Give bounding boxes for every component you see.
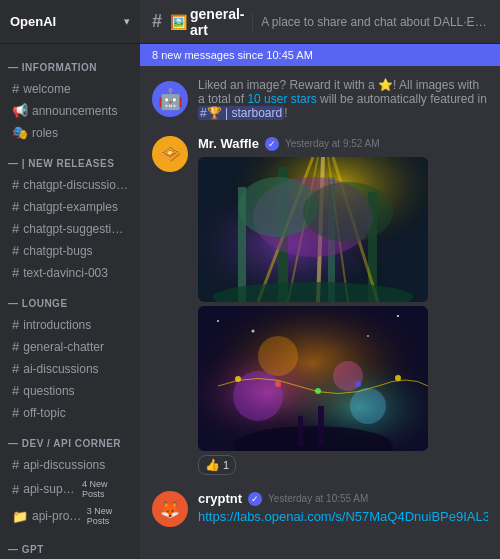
avatar-waffle: 🧇 (152, 136, 188, 172)
svg-point-14 (303, 182, 393, 242)
section-new-releases: — | NEW RELEASES (0, 144, 140, 173)
cryptnt-link[interactable]: https://labs.openai.com/s/N57MaQ4DnuiBPe… (198, 509, 488, 524)
channel-label: off-topic (23, 406, 65, 420)
sidebar-item-chatgpt-examples[interactable]: # chatgpt-examples (4, 196, 136, 217)
svg-rect-34 (298, 416, 303, 446)
cryptnt-message-text: https://labs.openai.com/s/N57MaQ4DnuiBPe… (198, 508, 488, 526)
sidebar-item-questions[interactable]: # questions (4, 380, 136, 401)
section-label: — INFORMATION (8, 62, 97, 73)
hash-icon: # (12, 339, 19, 354)
sidebar-item-announcements[interactable]: 📢 announcements (4, 100, 136, 121)
sidebar-content: — INFORMATION # welcome 📢 announcements … (0, 44, 140, 559)
section-label: — GPT (8, 544, 44, 555)
section-label: — | NEW RELEASES (8, 158, 114, 169)
channel-label: ai-discussions (23, 362, 98, 376)
waffle-reactions: 👍 1 (198, 455, 488, 475)
channel-label: chatgpt-examples (23, 200, 118, 214)
reaction-count: 1 (223, 459, 229, 471)
svg-point-27 (350, 388, 386, 424)
hash-icon: # (12, 199, 19, 214)
sidebar-item-chatgpt-bugs[interactable]: # chatgpt-bugs (4, 240, 136, 261)
hash-icon: # (12, 383, 19, 398)
sidebar-item-off-topic[interactable]: # off-topic (4, 402, 136, 423)
sidebar-item-api-discussions[interactable]: # api-discussions (4, 454, 136, 475)
hash-icon: # (12, 361, 19, 376)
hash-icon: # (12, 265, 19, 280)
sidebar: OpenAI ▾ — INFORMATION # welcome 📢 annou… (0, 0, 140, 559)
sidebar-item-roles[interactable]: 🎭 roles (4, 122, 136, 143)
section-gpt: — GPT (0, 530, 140, 559)
waffle-username: Mr. Waffle (198, 136, 259, 151)
waffle-message-content: Mr. Waffle ✓ Yesterday at 9:52 AM (198, 136, 488, 475)
channel-label: general-chatter (23, 340, 104, 354)
chevron-down-icon: ▾ (124, 15, 130, 28)
ai-image-space (198, 306, 428, 451)
topbar-channel-name: general-art (190, 6, 244, 38)
section-label: — LOUNGE (8, 298, 68, 309)
hash-icon: # (12, 177, 19, 192)
sidebar-item-general-chatter[interactable]: # general-chatter (4, 336, 136, 357)
main-content: # 🖼️ general-art A place to share and ch… (140, 0, 500, 559)
cryptnt-username: cryptnt (198, 491, 242, 506)
avatar-bot: 🤖 (152, 81, 188, 117)
channel-label: text-davinci-003 (23, 266, 108, 280)
svg-point-20 (217, 320, 219, 322)
message-group-waffle: 🧇 Mr. Waffle ✓ Yesterday at 9:52 AM (140, 132, 500, 479)
hash-icon: # (12, 221, 19, 236)
sidebar-item-ai-discussions[interactable]: # ai-discussions (4, 358, 136, 379)
cryptnt-message-content: cryptnt ✓ Yesterday at 10:55 AM https://… (198, 491, 488, 526)
sidebar-item-welcome[interactable]: # welcome (4, 78, 136, 99)
app-container: OpenAI ▾ — INFORMATION # welcome 📢 annou… (0, 0, 500, 559)
sidebar-item-api-support[interactable]: # api-support 4 New Posts (4, 476, 136, 502)
channel-label: questions (23, 384, 74, 398)
topbar-hash-icon: # (152, 11, 162, 32)
channel-label: chatgpt-discussions (23, 178, 128, 192)
channel-label: chatgpt-suggestions (23, 222, 128, 236)
banner-text: 8 new messages since 10:45 AM (152, 49, 313, 61)
hash-icon: # (12, 81, 19, 96)
hash-icon: # (12, 243, 19, 258)
svg-point-32 (395, 375, 401, 381)
channel-label: chatgpt-bugs (23, 244, 92, 258)
svg-point-30 (315, 388, 321, 394)
sidebar-item-chatgpt-discussions[interactable]: # chatgpt-discussions (4, 174, 136, 195)
channel-topbar: # 🖼️ general-art A place to share and ch… (140, 0, 500, 44)
channel-label: api-projects (32, 509, 83, 523)
reaction-emoji: 👍 (205, 458, 220, 472)
server-header[interactable]: OpenAI ▾ (0, 0, 140, 44)
channel-label: roles (32, 126, 58, 140)
cryptnt-timestamp: Yesterday at 10:55 AM (268, 493, 368, 504)
section-dev-api: — DEV / API CORNER (0, 424, 140, 453)
message-group-cryptnt: 🦊 cryptnt ✓ Yesterday at 10:55 AM https:… (140, 487, 500, 531)
roles-icon: 🎭 (12, 125, 28, 140)
topbar-description: A place to share and chat about DALL·E a… (261, 15, 488, 29)
svg-rect-35 (318, 406, 324, 446)
hash-icon: # (12, 482, 19, 497)
avatar-cryptnt: 🦊 (152, 491, 188, 527)
new-messages-banner[interactable]: 8 new messages since 10:45 AM (140, 44, 500, 66)
topbar-divider (252, 12, 253, 32)
system-message-content: Liked an image? Reward it with a ⭐! All … (198, 78, 488, 120)
channel-label: api-discussions (23, 458, 105, 472)
thumbsup-reaction[interactable]: 👍 1 (198, 455, 236, 475)
sidebar-item-introductions[interactable]: # introductions (4, 314, 136, 335)
waffle-message-header: Mr. Waffle ✓ Yesterday at 9:52 AM (198, 136, 488, 151)
svg-point-31 (355, 381, 361, 387)
server-name: OpenAI (10, 14, 56, 29)
svg-point-23 (367, 335, 369, 337)
cryptnt-message-header: cryptnt ✓ Yesterday at 10:55 AM (198, 491, 488, 506)
sidebar-item-chatgpt-suggestions[interactable]: # chatgpt-suggestions (4, 218, 136, 239)
section-lounge: — LOUNGE (0, 284, 140, 313)
message-group-bot: 🤖 Liked an image? Reward it with a ⭐! Al… (140, 74, 500, 124)
api-support-badge: 4 New Posts (82, 479, 128, 499)
svg-point-21 (252, 330, 255, 333)
ai-image-forest (198, 157, 428, 302)
section-label: — DEV / API CORNER (8, 438, 121, 449)
svg-point-24 (258, 336, 298, 376)
folder-icon: 📁 (12, 509, 28, 524)
channel-label: welcome (23, 82, 70, 96)
waffle-images (198, 157, 488, 451)
sidebar-item-api-projects[interactable]: 📁 api-projects 3 New Posts (4, 503, 136, 529)
sidebar-item-text-davinci[interactable]: # text-davinci-003 (4, 262, 136, 283)
waffle-timestamp: Yesterday at 9:52 AM (285, 138, 380, 149)
